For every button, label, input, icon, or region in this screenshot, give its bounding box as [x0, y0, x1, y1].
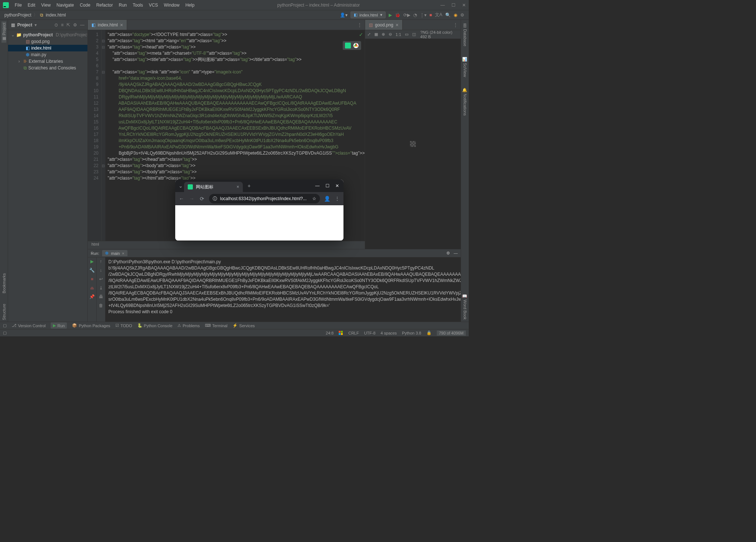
tree-scratches[interactable]: ⧉ Scratches and Consoles — [8, 65, 87, 71]
profile-icon[interactable]: 👤 — [324, 196, 330, 202]
back-icon[interactable]: ← — [178, 196, 185, 202]
tool-python-console-tab[interactable]: 🐍Python Console — [137, 323, 173, 328]
select-opened-file-icon[interactable]: ⊙ — [54, 22, 58, 28]
menu-help[interactable]: Help — [183, 2, 197, 8]
checker-bg-icon[interactable]: ◫ — [412, 32, 416, 37]
translate-icon[interactable]: 文A — [435, 12, 442, 18]
menu-window[interactable]: Window — [162, 2, 182, 8]
editor-tab-index[interactable]: ◧ index.html × — [88, 20, 127, 30]
collapse-all-icon[interactable]: ⇱ — [66, 22, 70, 28]
stop-button-icon[interactable]: ■ — [429, 12, 432, 18]
inspection-ok-icon[interactable]: ✓ — [359, 32, 363, 37]
tool-services-tab[interactable]: ⚡Services — [233, 323, 255, 328]
tree-root[interactable]: ⌄ 📁 pythonProject D:\pythonProject — [8, 32, 87, 38]
pin-icon[interactable]: 📌 — [89, 294, 95, 299]
expand-all-icon[interactable]: ≡ — [61, 22, 64, 28]
close-tab-icon[interactable]: × — [237, 184, 239, 189]
close-icon[interactable]: × — [122, 251, 124, 256]
menu-navigate[interactable]: Navigate — [54, 2, 76, 8]
search-icon[interactable]: 🔍 — [445, 12, 451, 18]
window-close-icon[interactable]: ✕ — [462, 3, 466, 8]
tree-file-index[interactable]: ◧ index.html — [8, 45, 87, 51]
hide-panel-icon[interactable]: — — [80, 22, 84, 28]
window-maximize-icon[interactable]: ☐ — [451, 3, 456, 8]
chrome-preview-icon[interactable] — [353, 43, 359, 48]
exit-icon[interactable]: ⏏ — [90, 285, 94, 290]
status-interpreter[interactable]: Python 3.8 — [402, 331, 421, 335]
breadcrumb-project[interactable]: pythonProject — [4, 12, 31, 18]
scroll-end-icon[interactable]: ⤓ — [99, 285, 103, 290]
tool-terminal-tab[interactable]: ⌨Terminal — [205, 323, 228, 328]
gear-icon[interactable]: ⚙ — [73, 22, 77, 28]
tree-file-main[interactable]: ⬢ main.py — [8, 51, 87, 58]
status-memory[interactable]: 790 of 4096M — [437, 330, 466, 336]
codewithme-icon[interactable]: ◉ — [454, 12, 457, 18]
window-minimize-icon[interactable]: — — [440, 3, 445, 8]
menu-code[interactable]: Code — [78, 2, 93, 8]
zoom-in-icon[interactable]: ⊕ — [382, 32, 385, 37]
zoom-fit-icon[interactable]: ⤢ — [367, 32, 371, 37]
rerun-icon[interactable]: ▶ — [90, 259, 94, 264]
menu-view[interactable]: View — [39, 2, 53, 8]
tool-windows-menu-icon[interactable]: ▢ — [3, 323, 7, 328]
menu-tools[interactable]: Tools — [130, 2, 145, 8]
chrome-address-bar[interactable]: ⓘ localhost:63342/pythonProject/index.ht… — [209, 194, 320, 203]
tree-file-good[interactable]: ▧ good.png — [8, 38, 87, 45]
hide-panel-icon[interactable]: — — [454, 251, 458, 256]
tool-database-tab[interactable]: 🗄Database — [463, 21, 467, 48]
zoom-level[interactable]: 1:1 — [396, 32, 401, 37]
gear-icon[interactable]: ⚙ — [446, 251, 450, 256]
modify-run-icon[interactable]: 🔧 — [89, 268, 95, 273]
tool-todo-tab[interactable]: ☑TODO — [115, 323, 132, 328]
settings-updates-icon[interactable]: ⚙ — [460, 12, 464, 18]
user-icon[interactable]: 👤▾ — [340, 12, 348, 18]
tool-sciview-tab[interactable]: 📊SciView — [462, 54, 467, 79]
up-stack-icon[interactable]: ↑ — [100, 259, 102, 264]
tool-python-packages-tab[interactable]: 📦Python Packages — [72, 323, 110, 328]
bookmark-star-icon[interactable]: ☆ — [312, 196, 316, 201]
menu-edit[interactable]: Edit — [25, 2, 37, 8]
editor-more-icon[interactable]: ⋮ — [453, 22, 458, 28]
run-button-icon[interactable]: ▶ — [389, 12, 392, 18]
editor-more-icon[interactable]: ⋮ — [357, 22, 362, 28]
close-tab-icon[interactable]: × — [396, 22, 399, 28]
menu-refactor[interactable]: Refactor — [94, 2, 115, 8]
tool-bookmarks-tab[interactable]: Bookmarks — [2, 272, 6, 295]
chrome-dropdown-icon[interactable]: ⌄ — [177, 183, 184, 189]
status-line-sep[interactable]: CRLF — [348, 331, 359, 335]
soft-wrap-icon[interactable]: ↩ — [99, 277, 103, 282]
tool-structure-tab[interactable]: Structure — [2, 302, 6, 322]
lock-icon[interactable]: 🔒 — [426, 330, 432, 335]
stop-icon[interactable]: ■ — [91, 277, 93, 282]
site-info-icon[interactable]: ⓘ — [213, 196, 217, 202]
status-indent[interactable]: 4 spaces — [381, 331, 397, 335]
grid-icon[interactable]: ▦ — [374, 32, 378, 37]
dropdown-icon[interactable]: ▾ — [35, 22, 37, 28]
window-minimize-icon[interactable]: — — [315, 183, 320, 188]
tool-wordbook-tab[interactable]: 📖Word Book — [462, 291, 467, 322]
window-maximize-icon[interactable]: ☐ — [325, 183, 330, 188]
color-picker-icon[interactable]: ▭ — [405, 32, 408, 37]
chrome-window-overlay[interactable]: ⌄ 网站图标 × + — ☐ ✕ ← → ⟳ ⓘ localhost:63342… — [175, 180, 343, 241]
profile-icon[interactable]: ◔ — [413, 12, 417, 18]
image-canvas[interactable] — [365, 39, 461, 249]
down-stack-icon[interactable]: ↓ — [100, 268, 102, 273]
menu-vcs[interactable]: VCS — [147, 2, 160, 8]
chrome-menu-icon[interactable]: ⋮ — [334, 196, 341, 202]
status-caret-pos[interactable]: 24:8 — [326, 331, 334, 335]
status-encoding[interactable]: UTF-8 — [364, 331, 375, 335]
editor-breadcrumb-bottom[interactable]: html — [88, 241, 365, 249]
image-tab-good[interactable]: ▧ good.png × — [365, 20, 403, 30]
run-coverage-icon[interactable]: ⟳▶ — [403, 12, 410, 18]
tool-vcs-tab[interactable]: ⎇Version Control — [12, 323, 46, 328]
project-panel-title[interactable]: Project — [17, 22, 32, 28]
close-tab-icon[interactable]: × — [120, 22, 123, 28]
tool-run-tab[interactable]: ▶Run — [51, 322, 67, 329]
menu-run[interactable]: Run — [116, 2, 129, 8]
menu-file[interactable]: File — [12, 2, 24, 8]
print-icon[interactable]: 🖶 — [99, 294, 103, 299]
chevron-down-icon[interactable]: ⌄ — [11, 32, 15, 37]
reload-icon[interactable]: ⟳ — [199, 196, 205, 202]
tool-project-tab[interactable]: ▦ Project — [1, 21, 6, 43]
forward-icon[interactable]: → — [188, 196, 195, 202]
